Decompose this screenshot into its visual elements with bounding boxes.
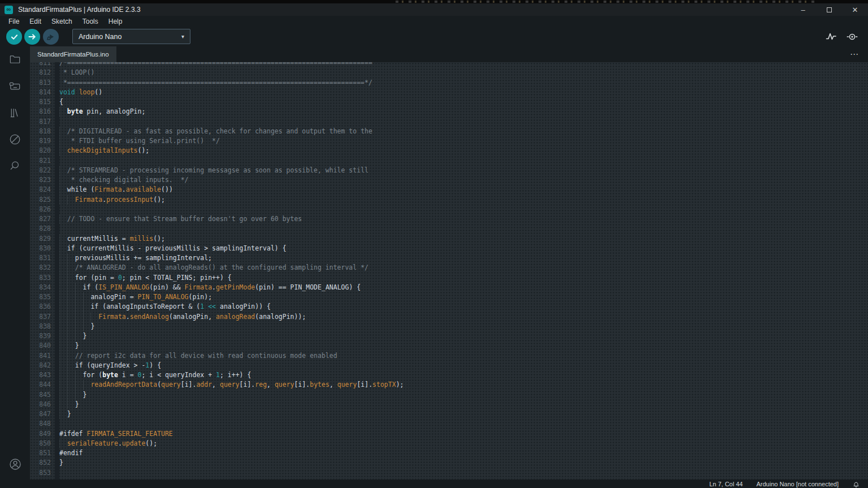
- upload-button[interactable]: [24, 29, 40, 45]
- code-line[interactable]: * LOOP(): [59, 68, 868, 77]
- line-number: 816: [30, 107, 55, 116]
- folder-icon: [8, 53, 21, 66]
- code-line[interactable]: while (Firmata.available()): [59, 185, 868, 195]
- code-line[interactable]: checkDigitalInputs();: [59, 146, 868, 156]
- board-selector-dropdown[interactable]: Arduino Nano ▾: [72, 29, 190, 44]
- sidebar-item-debug[interactable]: [0, 126, 30, 153]
- code-line[interactable]: #ifdef FIRMATA_SERIAL_FEATURE: [59, 429, 868, 439]
- code-line[interactable]: // report i2c data for all device with r…: [59, 351, 868, 361]
- maximize-icon: [827, 7, 832, 12]
- code-line[interactable]: /* STREAMREAD - processing incoming mess…: [59, 166, 868, 175]
- board-selector-value: Arduino Nano: [79, 33, 121, 41]
- line-number: 843: [30, 370, 55, 380]
- circuit-board-icon: [8, 80, 21, 93]
- code-line[interactable]: readAndReportData(query[i].addr, query[i…: [59, 380, 868, 390]
- code-line[interactable]: }: [59, 341, 868, 351]
- tab-standardfirmataplus-ino[interactable]: StandardFirmataPlus.ino: [30, 46, 116, 62]
- code-line[interactable]: [59, 419, 868, 429]
- toolbar: Arduino Nano ▾: [0, 27, 868, 46]
- gutter: 8118128138148158168178188198208218228238…: [30, 62, 55, 478]
- line-number: 853: [30, 468, 55, 478]
- code-line[interactable]: analogPin = PIN_TO_ANALOG(pin);: [59, 292, 868, 302]
- code-line[interactable]: [59, 156, 868, 166]
- activity-sidebar: [0, 46, 30, 480]
- notifications-bell-icon[interactable]: [852, 480, 860, 488]
- maximize-button[interactable]: [816, 3, 842, 16]
- code-line[interactable]: * checking digital inputs. */: [59, 175, 868, 185]
- sidebar-item-search[interactable]: [0, 153, 30, 179]
- line-number: 836: [30, 302, 55, 312]
- menu-help[interactable]: Help: [103, 18, 128, 25]
- more-actions-button[interactable]: ⋯: [850, 46, 859, 62]
- line-number: 837: [30, 312, 55, 322]
- verify-button[interactable]: [6, 29, 22, 45]
- menu-file[interactable]: File: [3, 18, 24, 25]
- line-number: 815: [30, 97, 55, 107]
- chevron-down-icon: ▾: [181, 33, 184, 40]
- code-line[interactable]: }: [59, 390, 868, 400]
- background-window-text-fragment: [396, 1, 817, 3]
- cursor-position[interactable]: Ln 7, Col 44: [709, 481, 743, 487]
- sidebar-item-sketchbook[interactable]: [0, 46, 30, 73]
- menu-edit[interactable]: Edit: [24, 18, 46, 25]
- line-number: 838: [30, 322, 55, 331]
- line-number: 817: [30, 117, 55, 127]
- debug-button[interactable]: [43, 29, 59, 45]
- code-line[interactable]: [59, 117, 868, 127]
- line-number: 835: [30, 292, 55, 302]
- code-line[interactable]: }: [59, 322, 868, 331]
- code-lines[interactable]: /*======================================…: [59, 62, 868, 478]
- line-number: 813: [30, 78, 55, 88]
- line-number: 821: [30, 156, 55, 166]
- code-line[interactable]: byte pin, analogPin;: [59, 107, 868, 116]
- code-line[interactable]: // TODO - ensure that Stream buffer does…: [59, 214, 868, 224]
- code-line[interactable]: [59, 224, 868, 234]
- code-line[interactable]: [59, 205, 868, 214]
- close-button[interactable]: ✕: [842, 3, 868, 16]
- code-editor[interactable]: 8118128138148158168178188198208218228238…: [30, 62, 868, 480]
- line-number: 825: [30, 195, 55, 205]
- fold-margin: [55, 62, 59, 480]
- code-line[interactable]: for (pin = 0; pin < TOTAL_PINS; pin++) {: [59, 273, 868, 283]
- minimize-button[interactable]: –: [790, 3, 816, 16]
- sidebar-item-boards-manager[interactable]: [0, 73, 30, 100]
- line-number: 847: [30, 409, 55, 419]
- code-line[interactable]: /* ANALOGREAD - do all analogReads() at …: [59, 263, 868, 273]
- sidebar-item-account[interactable]: [0, 451, 30, 477]
- line-number: 829: [30, 234, 55, 244]
- code-line[interactable]: [59, 468, 868, 478]
- code-line[interactable]: }: [59, 458, 868, 468]
- sidebar-item-library-manager[interactable]: [0, 100, 30, 126]
- code-line[interactable]: #endif: [59, 448, 868, 458]
- code-line[interactable]: if (IS_PIN_ANALOG(pin) && Firmata.getPin…: [59, 283, 868, 292]
- code-line[interactable]: {: [59, 97, 868, 107]
- window-title: StandardFirmataPlus | Arduino IDE 2.3.3: [18, 6, 141, 14]
- code-line[interactable]: }: [59, 331, 868, 341]
- code-line[interactable]: }: [59, 409, 868, 419]
- line-number: 852: [30, 458, 55, 468]
- code-line[interactable]: if (currentMillis - previousMillis > sam…: [59, 244, 868, 253]
- code-line[interactable]: serialFeature.update();: [59, 439, 868, 448]
- debug-icon: [45, 31, 57, 43]
- code-line[interactable]: currentMillis = millis();: [59, 234, 868, 244]
- code-line[interactable]: if (queryIndex > -1) {: [59, 361, 868, 370]
- code-line[interactable]: Firmata.processInput();: [59, 195, 868, 205]
- serial-plotter-icon[interactable]: [825, 31, 837, 42]
- menu-tools[interactable]: Tools: [77, 18, 103, 25]
- code-line[interactable]: /* DIGITALREAD - as fast as possible, ch…: [59, 127, 868, 136]
- code-line[interactable]: if (analogInputsToReport & (1 << analogP…: [59, 302, 868, 312]
- code-line[interactable]: for (byte i = 0; i < queryIndex + 1; i++…: [59, 370, 868, 380]
- line-number: 811: [30, 62, 55, 68]
- code-line[interactable]: }: [59, 400, 868, 409]
- line-number: 827: [30, 214, 55, 224]
- menu-sketch[interactable]: Sketch: [46, 18, 77, 25]
- code-line[interactable]: * FTDI buffer using Serial.print() */: [59, 136, 868, 146]
- serial-monitor-icon[interactable]: [845, 31, 859, 42]
- line-number: 823: [30, 175, 55, 185]
- line-number: 842: [30, 361, 55, 370]
- code-line[interactable]: previousMillis += samplingInterval;: [59, 253, 868, 263]
- code-line[interactable]: void loop(): [59, 88, 868, 97]
- code-line[interactable]: Firmata.sendAnalog(analogPin, analogRead…: [59, 312, 868, 322]
- code-line[interactable]: /*======================================…: [59, 62, 868, 68]
- code-line[interactable]: *=======================================…: [59, 78, 868, 88]
